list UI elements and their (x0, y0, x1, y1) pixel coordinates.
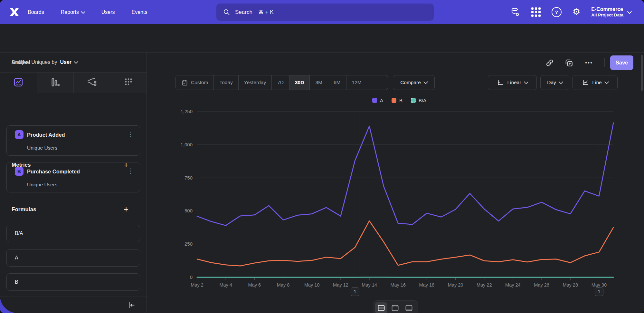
nav-item-boards[interactable]: Boards (28, 9, 44, 15)
metric-subtitle[interactable]: Unique Users (27, 182, 57, 188)
range-label: 7D (277, 80, 284, 85)
range-label: 6M (334, 80, 341, 85)
formula-label: A (15, 255, 18, 261)
chevron-down-icon (559, 80, 563, 84)
metric-badge: B (15, 167, 24, 176)
metric-badge: A (15, 130, 24, 139)
search-input[interactable]: Search ⌘ + K (216, 4, 434, 21)
formula-card[interactable]: B/A (6, 225, 140, 242)
range-custom[interactable]: Custom (176, 75, 213, 90)
annotation-badge[interactable]: 1 (351, 288, 359, 296)
formula-label: B (15, 279, 18, 285)
line-chart-icon (582, 79, 589, 86)
sidebar-footer (0, 297, 147, 313)
x-axis-tick-label: May 2 (191, 282, 204, 288)
metric-subtitle[interactable]: Unique Users (27, 145, 57, 151)
chart-type-label: Line (592, 80, 601, 85)
x-axis-tick-label: May 12 (333, 282, 348, 288)
x-axis-tick-label: May 10 (304, 282, 320, 288)
chevron-down-icon (81, 9, 85, 14)
add-formula-button[interactable]: + (124, 206, 128, 213)
range-today[interactable]: Today (213, 75, 238, 90)
save-button[interactable]: Save (610, 55, 633, 70)
settings-gear-icon[interactable]: ⚙ (573, 8, 580, 16)
report-header: Untitled ••• Save (0, 24, 644, 53)
range-7d[interactable]: 7D (271, 75, 289, 90)
x-axis-tick-label: May 22 (477, 282, 492, 288)
range-label: 30D (295, 80, 304, 85)
chart-legend: A B B/A (327, 98, 472, 103)
y-axis-tick-label: 1,250 (180, 109, 193, 114)
line-chart-tab-icon (13, 77, 24, 89)
linear-axis-icon (497, 79, 504, 86)
formula-label: B/A (15, 230, 23, 236)
legend-swatch (392, 98, 396, 103)
date-range-control: Custom Today Yesterday 7D 30D 3M 6M 12M (175, 75, 388, 90)
formula-card[interactable]: A (6, 249, 140, 267)
help-icon[interactable]: ? (552, 7, 562, 17)
svg-text:1: 1 (354, 289, 356, 294)
chevron-down-icon (604, 80, 609, 84)
x-axis-tick-label: May 24 (505, 282, 521, 288)
range-label: 3M (315, 80, 322, 85)
tab-insights-line[interactable] (0, 73, 37, 93)
legend-item[interactable]: B (392, 98, 402, 103)
annotation-badge[interactable]: 1 (595, 288, 603, 296)
scale-dropdown[interactable]: Linear (488, 75, 537, 90)
nav-item-events[interactable]: Events (132, 9, 147, 15)
data-management-icon[interactable] (510, 7, 520, 17)
range-3m[interactable]: 3M (309, 75, 328, 90)
nav-item-label: Events (132, 9, 147, 15)
range-6m[interactable]: 6M (328, 75, 346, 90)
chevron-down-icon (423, 80, 428, 84)
copy-link-icon[interactable] (544, 57, 555, 68)
tab-retention[interactable] (110, 73, 147, 93)
mixpanel-logo-icon[interactable] (8, 6, 20, 19)
more-options-icon[interactable]: ••• (583, 57, 594, 68)
legend-item[interactable]: B/A (411, 98, 426, 103)
layout-split-button[interactable] (375, 302, 387, 313)
project-switcher[interactable]: E-Commerce All Project Data (591, 6, 631, 18)
layout-bottom-button[interactable] (403, 302, 415, 313)
x-axis-tick-label: May 14 (362, 282, 377, 288)
x-axis-tick-label: May 8 (277, 282, 290, 288)
collapse-sidebar-icon[interactable] (128, 301, 136, 309)
y-axis-tick-label: 0 (190, 274, 193, 280)
metric-card[interactable]: B Purchase Completed ⋮ Unique Users (6, 162, 140, 192)
series-line-a (197, 123, 613, 226)
duplicate-icon[interactable] (564, 57, 574, 68)
kebab-menu-icon[interactable]: ⋮ (128, 168, 134, 174)
nav-item-users[interactable]: Users (101, 9, 115, 15)
y-axis-tick-label: 250 (185, 241, 193, 247)
range-yesterday[interactable]: Yesterday (238, 75, 271, 90)
flow-tab-icon (86, 77, 97, 89)
layout-top-button[interactable] (389, 302, 401, 313)
analyze-entity-dropdown[interactable]: User (60, 59, 78, 65)
apps-grid-icon[interactable] (531, 7, 541, 17)
nav-item-reports[interactable]: Reports (61, 9, 85, 15)
x-axis-tick-label: May 26 (534, 282, 549, 288)
range-12m[interactable]: 12M (346, 75, 367, 90)
chart-type-dropdown[interactable]: Line (573, 75, 618, 90)
legend-swatch (372, 98, 377, 103)
range-label: Today (219, 80, 232, 85)
tab-bar-chart[interactable] (37, 73, 73, 93)
range-30d[interactable]: 30D (289, 75, 309, 90)
project-name: E-Commerce (591, 6, 623, 13)
legend-label: A (380, 98, 383, 103)
chart-type-tabs (0, 73, 147, 93)
nav-item-label: Boards (28, 9, 44, 15)
metric-card[interactable]: A Product Added ⋮ Unique Users (6, 125, 140, 156)
legend-item[interactable]: A (372, 98, 383, 103)
compare-button[interactable]: Compare (393, 75, 435, 90)
kebab-menu-icon[interactable]: ⋮ (128, 131, 134, 137)
x-axis-tick-label: May 30 (592, 282, 607, 288)
formula-card[interactable]: B (6, 273, 140, 291)
line-chart: 02505007501,0001,250May 2May 4May 6May 8… (177, 108, 621, 301)
metric-name: Product Added (27, 132, 65, 138)
tab-flow[interactable] (73, 73, 110, 93)
scrollbar[interactable] (641, 55, 643, 91)
chevron-down-icon (627, 9, 632, 14)
interval-dropdown[interactable]: Day (540, 75, 569, 90)
search-shortcut: ⌘ + K (258, 9, 274, 15)
